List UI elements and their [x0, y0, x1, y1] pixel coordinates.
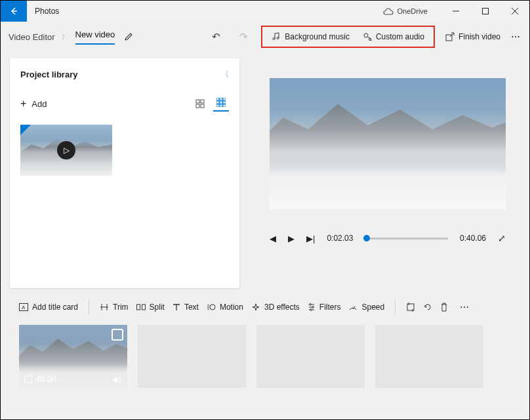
- tools-row: A Add title card Trim Split Text Motion …: [1, 288, 529, 314]
- svg-rect-9: [196, 104, 199, 108]
- svg-point-35: [312, 306, 314, 308]
- titlebar: Photos OneDrive: [1, 1, 529, 22]
- svg-rect-26: [142, 304, 145, 310]
- back-button[interactable]: [1, 1, 27, 22]
- arrow-left-icon: [9, 7, 18, 16]
- text-button[interactable]: Text: [173, 303, 199, 312]
- onedrive-button[interactable]: OneDrive: [383, 7, 428, 15]
- timeline-clip-1[interactable]: 40.04: [19, 325, 127, 388]
- svg-rect-8: [201, 100, 204, 103]
- svg-rect-11: [216, 98, 219, 100]
- clip-checkbox[interactable]: [112, 329, 123, 341]
- custom-audio-button[interactable]: Custom audio: [356, 28, 431, 45]
- add-media-button[interactable]: + Add: [20, 98, 47, 110]
- motion-button[interactable]: Motion: [207, 303, 243, 312]
- svg-rect-17: [216, 104, 219, 107]
- app-name: Photos: [35, 7, 59, 16]
- timeline: 40.04: [1, 314, 529, 398]
- play-overlay-icon: ▷: [57, 141, 75, 159]
- timeline-slot-3[interactable]: [256, 325, 365, 388]
- svg-rect-16: [223, 101, 226, 104]
- svg-point-27: [210, 304, 215, 310]
- audio-icon: [363, 32, 372, 41]
- title-card-icon: A: [19, 303, 28, 311]
- collapse-panel-button[interactable]: 〈: [221, 69, 229, 80]
- tools-more-button[interactable]: ⋯: [460, 302, 470, 312]
- background-music-label: Background music: [285, 32, 350, 41]
- timeline-slot-2[interactable]: [138, 325, 246, 388]
- grid-large-button[interactable]: [192, 96, 208, 112]
- filters-icon: [308, 303, 316, 311]
- svg-point-4: [364, 33, 368, 37]
- text-icon: [173, 303, 180, 311]
- trim-icon: [100, 303, 109, 311]
- breadcrumb-root[interactable]: Video Editor: [9, 32, 55, 42]
- preview-frame[interactable]: [270, 78, 506, 209]
- svg-point-34: [309, 304, 311, 306]
- chevron-right-icon: 〉: [62, 32, 69, 42]
- delete-button[interactable]: [440, 303, 448, 312]
- svg-rect-19: [223, 104, 226, 107]
- timeline-slot-4[interactable]: [375, 325, 483, 388]
- cloud-icon: [383, 8, 394, 15]
- sparkle-icon: [251, 303, 260, 311]
- svg-text:A: A: [22, 304, 26, 310]
- grid-2x2-icon: [195, 99, 205, 108]
- crop-icon: [406, 303, 415, 312]
- undo-button[interactable]: ↶: [206, 31, 226, 43]
- svg-rect-10: [201, 104, 204, 108]
- split-button[interactable]: Split: [136, 303, 165, 312]
- total-time: 0:40.06: [460, 234, 486, 243]
- background-music-button[interactable]: Background music: [265, 28, 356, 45]
- clip-duration: 40.04: [24, 374, 57, 384]
- speed-button[interactable]: Speed: [348, 303, 384, 312]
- finish-video-label: Finish video: [459, 32, 500, 41]
- export-icon: [445, 32, 455, 41]
- trim-button[interactable]: Trim: [100, 303, 129, 312]
- elapsed-time: 0:02.03: [327, 234, 353, 243]
- grid-small-button[interactable]: [213, 96, 229, 112]
- svg-rect-1: [482, 9, 488, 14]
- rotate-button[interactable]: [423, 303, 432, 312]
- svg-rect-15: [220, 101, 222, 104]
- more-button[interactable]: ⋯: [511, 32, 521, 42]
- breadcrumb-current[interactable]: New video: [75, 30, 115, 45]
- minimize-button[interactable]: [441, 1, 470, 22]
- svg-rect-41: [25, 376, 31, 383]
- add-title-card-button[interactable]: A Add title card: [19, 303, 78, 312]
- add-label: Add: [31, 99, 47, 109]
- crop-button[interactable]: [406, 303, 415, 312]
- playback-bar: ◀ ▶ ▶| 0:02.03 0:40.06 ⤢: [270, 233, 506, 243]
- svg-rect-14: [216, 101, 219, 104]
- plus-icon: +: [20, 98, 26, 110]
- time-slider[interactable]: [365, 238, 448, 240]
- svg-rect-13: [223, 98, 226, 100]
- clip-sound-icon[interactable]: [113, 376, 122, 384]
- rename-button[interactable]: [124, 32, 133, 41]
- library-thumbnail[interactable]: ▷: [20, 125, 112, 176]
- close-button[interactable]: [500, 1, 529, 22]
- next-frame-button[interactable]: ▶|: [306, 234, 315, 243]
- pencil-icon: [124, 32, 133, 41]
- fullscreen-button[interactable]: ⤢: [498, 233, 506, 243]
- redo-button[interactable]: ↷: [234, 31, 253, 43]
- maximize-button[interactable]: [470, 1, 500, 22]
- workspace: Project library 〈 + Add ▷ ◀: [1, 52, 529, 288]
- finish-video-button[interactable]: Finish video: [439, 28, 507, 45]
- 3d-effects-button[interactable]: 3D effects: [251, 303, 300, 312]
- music-icon: [272, 32, 281, 41]
- duration-icon: [24, 375, 32, 383]
- project-panel: Project library 〈 + Add ▷: [10, 58, 239, 288]
- rotate-icon: [423, 303, 432, 312]
- window-controls: [441, 1, 529, 22]
- action-bar: Video Editor 〉 New video ↶ ↷ Background …: [1, 22, 529, 52]
- play-button[interactable]: ▶: [288, 234, 295, 243]
- split-icon: [136, 303, 146, 311]
- trash-icon: [440, 303, 448, 312]
- prev-frame-button[interactable]: ◀: [270, 234, 276, 243]
- svg-rect-25: [136, 304, 140, 310]
- custom-audio-label: Custom audio: [376, 32, 424, 41]
- speaker-icon: [113, 376, 122, 384]
- filters-button[interactable]: Filters: [308, 303, 341, 312]
- audio-highlight: Background music Custom audio: [261, 26, 435, 48]
